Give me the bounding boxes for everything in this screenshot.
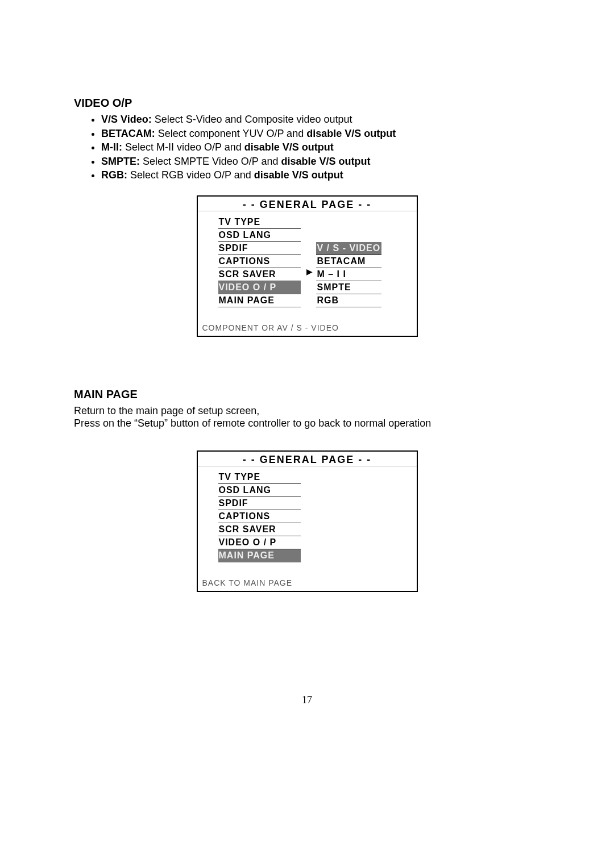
osd-left-menu: TV TYPE OSD LANG SPDIF CAPTIONS SCR SAVE…: [218, 471, 301, 562]
osd-menu-item: CAPTIONS: [218, 510, 301, 523]
bullet-text: Select S-Video and Composite video outpu…: [152, 114, 352, 125]
osd-menu-item: OSD LANG: [218, 229, 301, 242]
osd-option: M – I I: [316, 268, 382, 281]
osd-title: - - GENERAL PAGE - -: [198, 452, 417, 466]
video-op-bullet-list: V/S Video: Select S-Video and Composite …: [74, 113, 540, 182]
bullet-text: Select component YUV O/P and: [155, 128, 307, 139]
bullet-label: SMPTE:: [101, 156, 140, 167]
osd-help-text: BACK TO MAIN PAGE: [198, 568, 417, 591]
osd-menu-item: TV TYPE: [218, 471, 301, 484]
bullet-bold-tail: disable V/S output: [244, 141, 334, 153]
osd-menu-item: SCR SAVER: [218, 523, 301, 536]
bullet-label: BETACAM:: [101, 128, 155, 139]
main-page-para2: Press on the “Setup” button of remote co…: [74, 417, 540, 430]
bullet-bold-tail: disable V/S output: [306, 128, 396, 139]
heading-video-op: VIDEO O/P: [74, 97, 540, 110]
list-item: M-II: Select M-II video O/P and disable …: [101, 141, 540, 154]
bullet-text: Select SMPTE Video O/P and: [140, 156, 281, 167]
osd-option-selected: V / S - VIDEO: [316, 242, 382, 255]
osd-menu-item: SPDIF: [218, 242, 301, 255]
submenu-arrow-icon: ▶: [306, 267, 313, 276]
bullet-bold-tail: disable V/S output: [254, 169, 343, 181]
osd-menu-item: TV TYPE: [218, 216, 301, 229]
list-item: BETACAM: Select component YUV O/P and di…: [101, 127, 540, 140]
osd-option: SMPTE: [316, 281, 382, 294]
osd-help-text: COMPONENT OR AV / S - VIDEO: [198, 313, 417, 336]
osd-menu-item: VIDEO O / P: [218, 536, 301, 549]
bullet-text: Select M-II video O/P and: [122, 141, 244, 153]
osd-screenshot-main-page: - - GENERAL PAGE - - TV TYPE OSD LANG SP…: [197, 450, 418, 592]
heading-main-page: MAIN PAGE: [74, 388, 540, 401]
list-item: RGB: Select RGB video O/P and disable V/…: [101, 169, 540, 182]
osd-menu-item-selected: VIDEO O / P: [218, 281, 301, 294]
document-page: VIDEO O/P V/S Video: Select S-Video and …: [0, 0, 614, 735]
osd-left-menu: TV TYPE OSD LANG SPDIF CAPTIONS SCR SAVE…: [218, 216, 301, 307]
list-item: V/S Video: Select S-Video and Composite …: [101, 113, 540, 126]
osd-menu-item: SPDIF: [218, 497, 301, 510]
osd-menu-item: SCR SAVER: [218, 268, 301, 281]
osd-screenshot-video-op: - - GENERAL PAGE - - TV TYPE OSD LANG SP…: [197, 195, 418, 337]
bullet-label: V/S Video:: [101, 114, 152, 125]
osd-right-options: V / S - VIDEO BETACAM M – I I SMPTE RGB: [316, 242, 382, 307]
osd-title: - - GENERAL PAGE - -: [198, 197, 417, 211]
osd-menu-item: OSD LANG: [218, 484, 301, 497]
osd-menu-item: CAPTIONS: [218, 255, 301, 268]
osd-menu-item-selected: MAIN PAGE: [218, 549, 301, 562]
osd-body: TV TYPE OSD LANG SPDIF CAPTIONS SCR SAVE…: [198, 211, 417, 313]
bullet-label: M-II:: [101, 141, 122, 153]
main-page-para1: Return to the main page of setup screen,: [74, 404, 540, 418]
osd-menu-item: MAIN PAGE: [218, 294, 301, 307]
page-number: 17: [74, 694, 540, 706]
osd-option: BETACAM: [316, 255, 382, 268]
osd-body: TV TYPE OSD LANG SPDIF CAPTIONS SCR SAVE…: [198, 466, 417, 568]
bullet-label: RGB:: [101, 169, 127, 181]
bullet-text: Select RGB video O/P and: [127, 169, 254, 181]
bullet-bold-tail: disable V/S output: [281, 156, 370, 167]
osd-option: RGB: [316, 294, 382, 307]
list-item: SMPTE: Select SMPTE Video O/P and disabl…: [101, 155, 540, 168]
